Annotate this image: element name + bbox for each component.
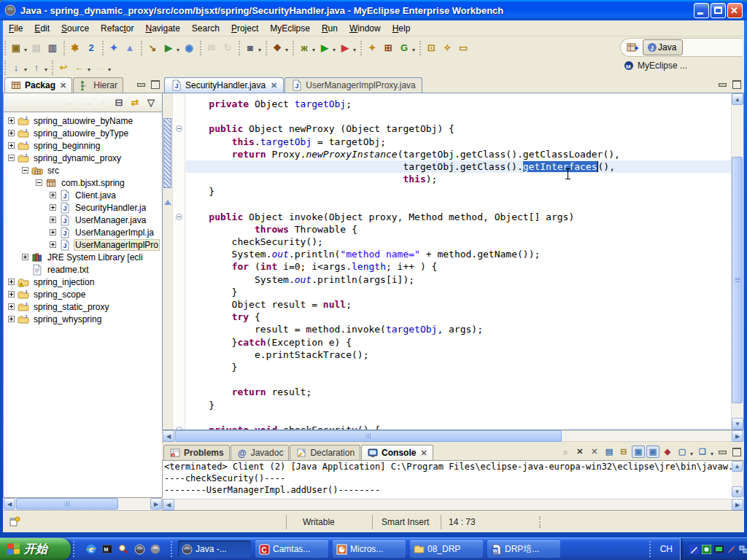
pen-tray-icon[interactable] <box>689 545 699 554</box>
menu-project[interactable]: Project <box>225 21 264 36</box>
tree-item[interactable]: JSecurityHandler.ja <box>4 201 162 214</box>
tree-item[interactable]: JUserManagerImpl.ja <box>4 226 162 238</box>
pin-console-icon[interactable]: ◆ <box>661 446 674 458</box>
back-icon[interactable]: ← <box>72 61 87 75</box>
run-external-icon[interactable]: ▶ <box>161 41 176 55</box>
taskbar-button[interactable]: 08_DRP <box>410 540 483 558</box>
tree-expander[interactable] <box>50 192 56 198</box>
new-jsp-icon[interactable]: ✦ <box>365 41 379 55</box>
editor-minimize-icon[interactable] <box>718 79 727 88</box>
print-icon[interactable]: ▥ <box>45 41 60 55</box>
back-icon-dropdown[interactable]: ▾ <box>88 66 90 73</box>
minimize-button[interactable] <box>694 3 709 18</box>
view-minimize-icon[interactable] <box>136 79 146 88</box>
tab-javadoc[interactable]: @Javadoc <box>231 445 290 460</box>
snapshot-icon-dropdown[interactable]: ▾ <box>258 47 261 53</box>
tab-packag[interactable]: Packag✕ <box>4 77 72 93</box>
tree-item[interactable]: Jspring_dynamic_proxy <box>4 152 162 164</box>
tab-hierar[interactable]: Hierar <box>73 77 123 93</box>
open-type-icon[interactable]: ▲ <box>123 41 137 55</box>
new-table-icon[interactable]: ⊞ <box>381 41 395 55</box>
tree-expander[interactable] <box>50 241 56 248</box>
tree-item[interactable]: Jspring_atuowire_byType <box>4 127 162 139</box>
recorder-tray-icon[interactable] <box>714 545 724 554</box>
new-package-icon-dropdown[interactable]: ▾ <box>285 47 288 53</box>
fold-collapse-icon[interactable] <box>176 214 182 220</box>
ie-quicklaunch-icon[interactable]: e <box>85 543 97 555</box>
tree-item[interactable]: Jspring_static_proxy <box>4 300 162 313</box>
next-annotation-icon[interactable]: ↓ <box>9 61 23 75</box>
display-console-icon[interactable]: ▢ <box>676 446 689 458</box>
menu-window[interactable]: Window <box>344 21 387 36</box>
collapse-all-icon[interactable]: ⊟ <box>112 96 126 110</box>
eclipse-quicklaunch-icon[interactable] <box>133 543 145 555</box>
open-resource-icon[interactable]: ▭ <box>456 41 471 55</box>
tree-expander[interactable] <box>50 204 56 211</box>
run-external-icon-dropdown[interactable]: ▾ <box>177 47 179 53</box>
console-maximize-icon[interactable] <box>732 447 741 456</box>
remove-launch-icon[interactable]: ✕ <box>573 446 587 458</box>
tree-expander[interactable] <box>8 155 15 161</box>
new-wizard-icon[interactable]: ▣ <box>9 41 23 55</box>
camtray-tray-icon[interactable] <box>702 545 711 554</box>
prev-annotation-icon-dropdown[interactable]: ▾ <box>44 66 47 73</box>
new-wizard-icon-dropdown[interactable]: ▾ <box>24 47 27 53</box>
tree-item[interactable]: !spring_injection <box>4 276 162 288</box>
forward-icon-dropdown[interactable]: ▾ <box>108 66 111 73</box>
tree-item[interactable]: com.bjsxt.spring <box>4 176 162 189</box>
view-maximize-icon[interactable] <box>150 79 160 88</box>
taskbar-button[interactable]: Micros... <box>333 540 406 558</box>
open-perspective-icon[interactable] <box>627 42 638 53</box>
open-console-icon-dropdown[interactable]: ▾ <box>711 451 713 457</box>
close-tab-icon[interactable]: ✕ <box>271 81 277 90</box>
taskbar-button[interactable]: Java -... <box>178 540 251 558</box>
tree-item[interactable]: src <box>4 164 162 176</box>
remove-all-launches-icon[interactable]: ✕ <box>588 446 601 458</box>
menu-help[interactable]: Help <box>387 21 417 36</box>
fast-view-icon[interactable] <box>9 516 20 527</box>
close-button[interactable]: ✕ <box>727 3 743 18</box>
network-tray-icon[interactable] <box>739 545 747 554</box>
tree-item[interactable]: Jspring_scope <box>4 288 162 300</box>
tree-expander[interactable] <box>8 142 15 149</box>
clear-console-icon[interactable]: ▤ <box>603 446 616 458</box>
tree-expander[interactable] <box>50 217 56 223</box>
tree-item[interactable]: Jspring_atuowire_byName <box>4 114 162 127</box>
menu-edit[interactable]: Edit <box>28 21 55 36</box>
fold-collapse-icon[interactable] <box>176 125 182 132</box>
run-icon[interactable]: ▶ <box>317 41 332 55</box>
editor-maximize-icon[interactable] <box>732 79 741 88</box>
tree-item[interactable]: JUserManager.java <box>4 214 162 226</box>
messenger-tray-icon[interactable] <box>727 545 736 554</box>
last-edit-icon[interactable]: ↩ <box>56 61 71 75</box>
run-history-icon[interactable]: ▶ <box>338 41 352 55</box>
debug-jsp-icon[interactable]: ✱ <box>68 41 82 55</box>
code-editor[interactable]: private Object targetObj; public Object … <box>162 93 744 430</box>
tree-expander[interactable] <box>8 303 15 310</box>
menu-navigate[interactable]: Navigate <box>139 21 185 36</box>
taskbar-button[interactable]: CCamtas... <box>255 540 328 558</box>
explorer-quicklaunch-icon[interactable] <box>150 543 161 555</box>
tree-item[interactable]: JClient.java <box>4 189 162 201</box>
tab-problems[interactable]: xProblems <box>163 445 230 460</box>
scroll-lock-icon[interactable]: ⊟ <box>617 446 630 458</box>
open-console-icon[interactable]: ❏ <box>696 446 709 458</box>
folding-ruler[interactable] <box>174 93 185 429</box>
perspective-java-button[interactable]: J Java <box>643 39 683 55</box>
tree-expander[interactable] <box>8 130 15 136</box>
tree-expander[interactable] <box>22 254 28 260</box>
tree-expander[interactable] <box>22 167 28 174</box>
taskbar-button[interactable]: WDRP培... <box>487 540 560 558</box>
package-explorer-hscrollbar[interactable]: ◀ ▶ <box>4 498 162 510</box>
new-getter-icon[interactable]: G <box>397 41 411 55</box>
tab-console[interactable]: Console✕ <box>361 445 433 460</box>
menu-source[interactable]: Source <box>55 21 95 36</box>
tree-item[interactable]: JUserManagerImplPro <box>4 238 162 251</box>
run-icon-dropdown[interactable]: ▾ <box>333 47 336 53</box>
tree-expander[interactable] <box>8 291 15 298</box>
display-console-icon-dropdown[interactable]: ▾ <box>690 451 693 457</box>
tree-item[interactable]: readme.txt <box>4 263 162 276</box>
editor-vscrollbar[interactable]: ▲ ▼ <box>731 93 743 429</box>
snapshot-icon[interactable]: ◙ <box>243 41 258 55</box>
new-class-icon[interactable]: ✦ <box>107 41 121 55</box>
